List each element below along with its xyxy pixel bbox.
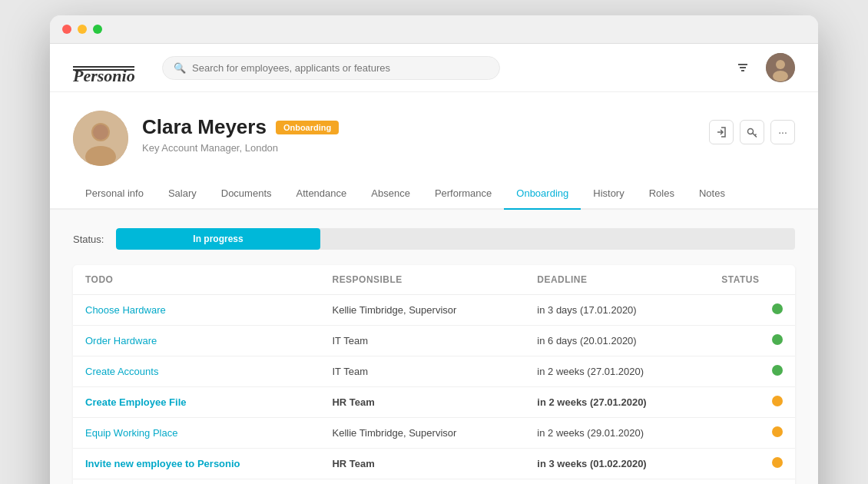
minimize-dot[interactable] — [78, 25, 87, 34]
todo-link-4[interactable]: Equip Working Place — [85, 427, 177, 439]
filter-icon-button[interactable] — [729, 54, 757, 81]
table-header: TODOResponsibleDeadlineStatus — [73, 265, 795, 295]
table-row: Order HardwareIT Teamin 6 days (20.01.20… — [73, 326, 795, 356]
todo-link-2[interactable]: Create Accounts — [85, 366, 158, 377]
td-status-6 — [709, 479, 795, 485]
table-row: Create Employee FileHR Teamin 2 weeks (2… — [73, 387, 795, 418]
search-icon: 🔍 — [174, 62, 186, 74]
td-status-3 — [709, 387, 795, 418]
table-body: Choose HardwareKellie Timbridge, Supervi… — [73, 295, 795, 485]
tab-roles[interactable]: Roles — [637, 178, 687, 210]
td-deadline-2: in 2 weeks (27.01.2020) — [525, 356, 709, 387]
tab-performance[interactable]: Performance — [422, 178, 504, 210]
profile-name-row: Clara Meyers Onboarding — [142, 115, 695, 139]
todo-table: TODOResponsibleDeadlineStatus Choose Har… — [73, 265, 795, 484]
th-deadline: Deadline — [525, 265, 709, 295]
td-status-2 — [709, 356, 795, 387]
status-dot-5 — [772, 457, 783, 468]
td-deadline-5: in 3 weeks (01.02.2020) — [525, 449, 709, 479]
todo-link-3[interactable]: Create Employee File — [85, 396, 187, 408]
logo: Personio — [73, 65, 150, 71]
tab-documents[interactable]: Documents — [209, 178, 284, 210]
tab-history[interactable]: History — [581, 178, 636, 210]
td-responsible-0: Kellie Timbridge, Supervisor — [320, 295, 525, 326]
profile-info: Clara Meyers Onboarding Key Account Mana… — [142, 111, 695, 154]
svg-point-9 — [93, 124, 108, 140]
status-row: Status: In progress — [73, 228, 795, 250]
status-dot-2 — [772, 365, 783, 376]
tab-absence[interactable]: Absence — [359, 178, 422, 210]
table-row: Create AccountsIT Teamin 2 weeks (27.01.… — [73, 356, 795, 387]
td-todo-5: Invite new employee to Personio — [73, 449, 320, 479]
td-status-5 — [709, 449, 795, 479]
profile-name: Clara Meyers — [142, 115, 267, 139]
status-dot-4 — [772, 426, 783, 437]
th-todo: TODO — [73, 265, 320, 295]
more-options-button[interactable]: ··· — [770, 120, 795, 144]
td-status-4 — [709, 418, 795, 449]
profile-subtitle: Key Account Manager, London — [142, 142, 695, 154]
login-as-button[interactable] — [709, 120, 734, 144]
onboarding-badge: Onboarding — [276, 121, 339, 134]
td-deadline-3: in 2 weeks (27.01.2020) — [525, 387, 709, 418]
todo-link-1[interactable]: Order Hardware — [85, 335, 157, 346]
top-bar: Personio 🔍 — [50, 44, 818, 92]
table-row: Choose HardwareKellie Timbridge, Supervi… — [73, 295, 795, 326]
td-responsible-6: Kellie Timbridge, Supervisor — [320, 479, 525, 485]
td-todo-0: Choose Hardware — [73, 295, 320, 326]
status-label: Status: — [73, 234, 104, 245]
svg-line-12 — [755, 134, 757, 136]
td-deadline-0: in 3 days (17.01.2020) — [525, 295, 709, 326]
ellipsis-icon: ··· — [778, 126, 787, 138]
maximize-dot[interactable] — [93, 25, 102, 34]
todo-link-0[interactable]: Choose Hardware — [85, 304, 166, 316]
td-deadline-1: in 6 days (20.01.2020) — [525, 326, 709, 356]
status-dot-3 — [772, 396, 783, 406]
th-status: Status — [709, 265, 795, 295]
key-button[interactable] — [740, 120, 764, 144]
td-deadline-6: in 3 weeks (01.02.2020) — [525, 479, 709, 485]
app-window: Personio 🔍 — [50, 15, 818, 484]
td-status-1 — [709, 326, 795, 356]
todo-link-5[interactable]: Invite new employee to Personio — [85, 458, 240, 469]
table-row: Invite new employee to PersonioHR Teamin… — [73, 449, 795, 479]
td-todo-4: Equip Working Place — [73, 418, 320, 449]
profile-avatar-image — [73, 111, 128, 166]
table-row: 1. Working DayKellie Timbridge, Supervis… — [73, 479, 795, 485]
progress-bar-fill: In progress — [116, 228, 320, 250]
td-responsible-5: HR Team — [320, 449, 525, 479]
status-dot-1 — [772, 334, 783, 345]
td-responsible-4: Kellie Timbridge, Supervisor — [320, 418, 525, 449]
filter-icon — [736, 61, 750, 75]
profile-avatar — [73, 111, 128, 166]
td-responsible-2: IT Team — [320, 356, 525, 387]
tab-notes[interactable]: Notes — [687, 178, 737, 210]
td-todo-6: 1. Working Day — [73, 479, 320, 485]
key-icon — [746, 126, 758, 138]
tab-onboarding[interactable]: Onboarding — [504, 178, 581, 210]
tab-salary[interactable]: Salary — [156, 178, 209, 210]
progress-bar-text: In progress — [193, 234, 243, 244]
tab-attendance[interactable]: Attendance — [284, 178, 359, 210]
top-bar-actions — [729, 53, 795, 82]
th-responsible: Responsible — [320, 265, 525, 295]
td-todo-2: Create Accounts — [73, 356, 320, 387]
app-content: Personio 🔍 — [50, 44, 818, 484]
titlebar — [50, 15, 818, 44]
td-deadline-4: in 2 weeks (29.01.2020) — [525, 418, 709, 449]
progress-bar-container: In progress — [116, 228, 795, 250]
user-avatar-top[interactable] — [766, 53, 795, 82]
svg-point-4 — [776, 60, 785, 69]
search-input[interactable] — [192, 62, 489, 74]
td-todo-3: Create Employee File — [73, 387, 320, 418]
close-dot[interactable] — [62, 25, 71, 34]
svg-point-5 — [773, 71, 788, 81]
tabs-bar: Personal infoSalaryDocumentsAttendanceAb… — [50, 178, 818, 210]
svg-point-10 — [748, 129, 754, 134]
tab-personal-info[interactable]: Personal info — [73, 178, 156, 210]
profile-header-actions: ··· — [709, 120, 795, 144]
status-dot-0 — [772, 303, 783, 314]
main-content: Status: In progress TODOResponsibleDeadl… — [50, 210, 818, 484]
td-todo-1: Order Hardware — [73, 326, 320, 356]
search-bar: 🔍 — [162, 56, 500, 80]
